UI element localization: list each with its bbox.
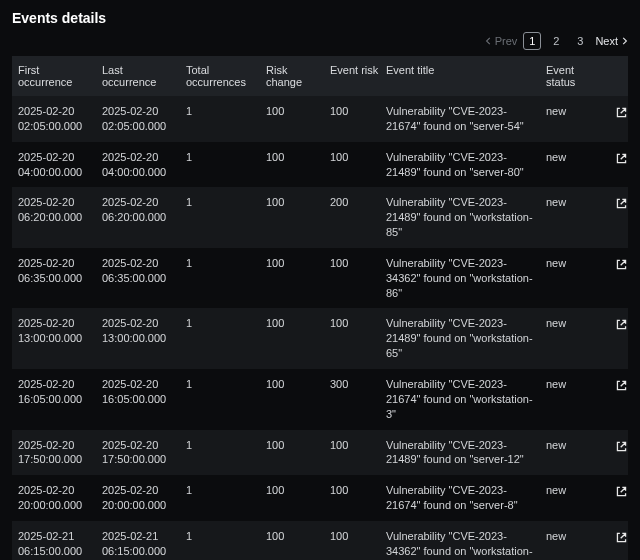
cell-first-occurrence: 2025-02-20 06:20:00.000 <box>18 195 96 225</box>
cell-event-risk: 100 <box>330 150 380 165</box>
cell-event-risk: 100 <box>330 483 380 498</box>
cell-event-title: Vulnerability "CVE-2023-21674" found on … <box>386 483 540 513</box>
open-event-button[interactable] <box>606 104 636 119</box>
external-link-icon <box>615 197 628 210</box>
table-row: 2025-02-20 06:20:00.0002025-02-20 06:20:… <box>12 187 628 248</box>
cell-event-status: new <box>546 529 600 544</box>
cell-first-occurrence: 2025-02-20 20:00:00.000 <box>18 483 96 513</box>
cell-last-occurrence: 2025-02-20 20:00:00.000 <box>102 483 180 513</box>
cell-risk-change: 100 <box>266 377 324 392</box>
col-total-occurrences: Total occurrences <box>186 64 260 88</box>
cell-total-occurrences: 1 <box>186 150 260 165</box>
cell-total-occurrences: 1 <box>186 316 260 331</box>
cell-first-occurrence: 2025-02-20 04:00:00.000 <box>18 150 96 180</box>
cell-first-occurrence: 2025-02-21 06:15:00.000 <box>18 529 96 559</box>
col-last-occurrence: Last occurrence <box>102 64 180 88</box>
table-row: 2025-02-20 02:05:00.0002025-02-20 02:05:… <box>12 96 628 142</box>
panel-title: Events details <box>12 10 628 26</box>
pager-page-3[interactable]: 3 <box>571 32 589 50</box>
cell-last-occurrence: 2025-02-20 02:05:00.000 <box>102 104 180 134</box>
cell-risk-change: 100 <box>266 195 324 210</box>
cell-event-status: new <box>546 150 600 165</box>
cell-last-occurrence: 2025-02-21 06:15:00.000 <box>102 529 180 559</box>
cell-event-title: Vulnerability "CVE-2023-34362" found on … <box>386 256 540 301</box>
cell-risk-change: 100 <box>266 150 324 165</box>
cell-event-title: Vulnerability "CVE-2023-21489" found on … <box>386 438 540 468</box>
cell-last-occurrence: 2025-02-20 04:00:00.000 <box>102 150 180 180</box>
cell-first-occurrence: 2025-02-20 13:00:00.000 <box>18 316 96 346</box>
col-event-risk: Event risk <box>330 64 380 76</box>
table-body: 2025-02-20 02:05:00.0002025-02-20 02:05:… <box>12 96 628 560</box>
pager-page-2[interactable]: 2 <box>547 32 565 50</box>
table-row: 2025-02-21 06:15:00.0002025-02-21 06:15:… <box>12 521 628 560</box>
events-details-panel: Events details Prev 1 2 3 Next First occ… <box>0 0 640 560</box>
external-link-icon <box>615 106 628 119</box>
cell-total-occurrences: 1 <box>186 195 260 210</box>
cell-first-occurrence: 2025-02-20 16:05:00.000 <box>18 377 96 407</box>
pager-prev-label: Prev <box>495 35 518 47</box>
cell-event-risk: 100 <box>330 256 380 271</box>
cell-event-risk: 300 <box>330 377 380 392</box>
external-link-icon <box>615 531 628 544</box>
pager-prev: Prev <box>485 35 518 47</box>
cell-event-risk: 200 <box>330 195 380 210</box>
events-table: First occurrence Last occurrence Total o… <box>12 56 628 560</box>
cell-event-status: new <box>546 195 600 210</box>
cell-event-risk: 100 <box>330 438 380 453</box>
chevron-left-icon <box>485 37 493 45</box>
cell-event-status: new <box>546 377 600 392</box>
open-event-button[interactable] <box>606 256 636 271</box>
open-event-button[interactable] <box>606 377 636 392</box>
table-row: 2025-02-20 17:50:00.0002025-02-20 17:50:… <box>12 430 628 476</box>
external-link-icon <box>615 152 628 165</box>
pager-next[interactable]: Next <box>595 35 628 47</box>
cell-total-occurrences: 1 <box>186 529 260 544</box>
pager-page-1[interactable]: 1 <box>523 32 541 50</box>
col-event-title: Event title <box>386 64 540 76</box>
cell-risk-change: 100 <box>266 316 324 331</box>
cell-first-occurrence: 2025-02-20 02:05:00.000 <box>18 104 96 134</box>
open-event-button[interactable] <box>606 529 636 544</box>
cell-last-occurrence: 2025-02-20 06:20:00.000 <box>102 195 180 225</box>
external-link-icon <box>615 485 628 498</box>
table-header: First occurrence Last occurrence Total o… <box>12 56 628 96</box>
col-risk-change: Risk change <box>266 64 324 88</box>
cell-event-status: new <box>546 316 600 331</box>
cell-total-occurrences: 1 <box>186 483 260 498</box>
cell-first-occurrence: 2025-02-20 06:35:00.000 <box>18 256 96 286</box>
cell-event-risk: 100 <box>330 316 380 331</box>
external-link-icon <box>615 379 628 392</box>
cell-event-title: Vulnerability "CVE-2023-21674" found on … <box>386 104 540 134</box>
cell-risk-change: 100 <box>266 529 324 544</box>
cell-total-occurrences: 1 <box>186 438 260 453</box>
open-event-button[interactable] <box>606 316 636 331</box>
cell-first-occurrence: 2025-02-20 17:50:00.000 <box>18 438 96 468</box>
cell-total-occurrences: 1 <box>186 377 260 392</box>
cell-last-occurrence: 2025-02-20 06:35:00.000 <box>102 256 180 286</box>
chevron-right-icon <box>620 37 628 45</box>
open-event-button[interactable] <box>606 483 636 498</box>
cell-risk-change: 100 <box>266 438 324 453</box>
external-link-icon <box>615 440 628 453</box>
table-row: 2025-02-20 16:05:00.0002025-02-20 16:05:… <box>12 369 628 430</box>
table-row: 2025-02-20 13:00:00.0002025-02-20 13:00:… <box>12 308 628 369</box>
cell-event-title: Vulnerability "CVE-2023-21489" found on … <box>386 195 540 240</box>
open-event-button[interactable] <box>606 438 636 453</box>
cell-risk-change: 100 <box>266 104 324 119</box>
cell-last-occurrence: 2025-02-20 17:50:00.000 <box>102 438 180 468</box>
col-first-occurrence: First occurrence <box>18 64 96 88</box>
cell-event-title: Vulnerability "CVE-2023-21489" found on … <box>386 316 540 361</box>
cell-total-occurrences: 1 <box>186 256 260 271</box>
cell-last-occurrence: 2025-02-20 13:00:00.000 <box>102 316 180 346</box>
cell-risk-change: 100 <box>266 256 324 271</box>
pager-next-label: Next <box>595 35 618 47</box>
cell-risk-change: 100 <box>266 483 324 498</box>
open-event-button[interactable] <box>606 150 636 165</box>
cell-event-title: Vulnerability "CVE-2023-21674" found on … <box>386 377 540 422</box>
table-row: 2025-02-20 20:00:00.0002025-02-20 20:00:… <box>12 475 628 521</box>
pagination: Prev 1 2 3 Next <box>12 32 628 50</box>
table-row: 2025-02-20 04:00:00.0002025-02-20 04:00:… <box>12 142 628 188</box>
open-event-button[interactable] <box>606 195 636 210</box>
external-link-icon <box>615 258 628 271</box>
cell-event-title: Vulnerability "CVE-2023-21489" found on … <box>386 150 540 180</box>
